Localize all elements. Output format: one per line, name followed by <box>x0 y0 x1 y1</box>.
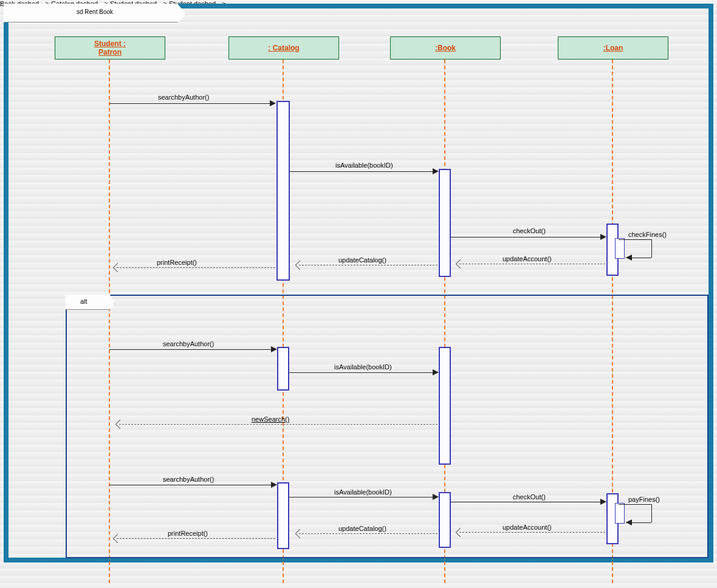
frame-title-tab: sd Rent Book <box>4 4 187 7</box>
